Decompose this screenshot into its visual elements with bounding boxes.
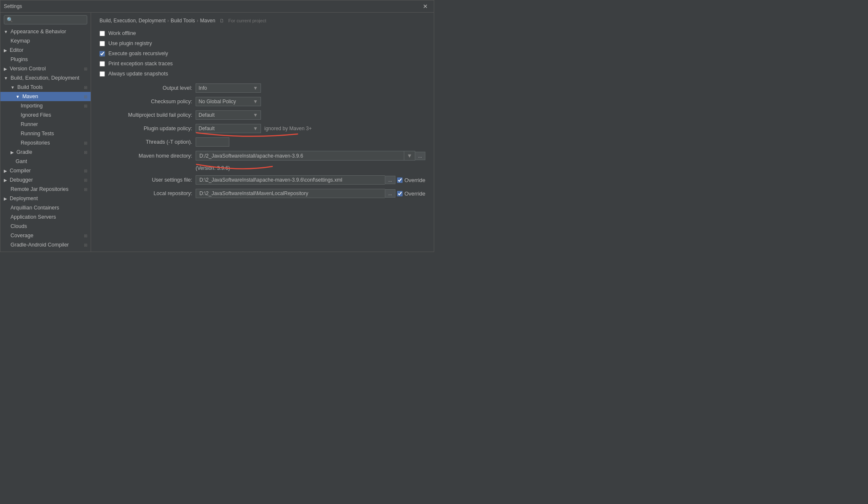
sidebar-item-debugger[interactable]: ▶ Debugger ⊞ (0, 175, 91, 185)
sidebar-item-coverage[interactable]: Coverage ⊞ (0, 231, 91, 240)
sidebar-item-plugins[interactable]: Plugins (0, 55, 91, 64)
user-settings-override-label: Override (404, 177, 425, 183)
expand-arrow: ▶ (4, 169, 7, 173)
copy-icon: ⊞ (84, 187, 87, 192)
sidebar-item-clouds[interactable]: Clouds (0, 222, 91, 231)
close-button[interactable]: ✕ (420, 2, 430, 11)
copy-icon: ⊞ (84, 67, 87, 71)
maven-home-browse-button[interactable]: ... (415, 152, 425, 160)
sidebar-item-gradle[interactable]: ▶ Gradle ⊞ (0, 147, 91, 157)
sidebar-item-label: Debugger (10, 177, 33, 183)
sidebar-item-remote-jar[interactable]: Remote Jar Repositories ⊞ (0, 185, 91, 194)
sidebar-item-label: Editor (10, 47, 24, 53)
sidebar-item-arquillian[interactable]: Arquillian Containers (0, 203, 91, 212)
local-repo-browse-button[interactable]: ... (385, 189, 395, 198)
maven-home-dropdown[interactable]: D:/2_JavaSoftwareInstall/apache-maven-3.… (196, 151, 415, 161)
local-repo-override-checkbox[interactable] (397, 191, 403, 196)
for-project-label: For current project (228, 18, 266, 23)
sidebar-item-label: Runner (21, 121, 38, 127)
multiproject-select[interactable]: Default ▼ (196, 110, 261, 120)
content-area: Build, Execution, Deployment › Build Too… (91, 13, 434, 252)
sidebar-item-label: Gant (16, 158, 27, 164)
print-exception-checkbox[interactable] (99, 61, 105, 67)
form-section: Output level: Info ▼ Checksum policy: (99, 83, 425, 198)
sidebar-item-keymap[interactable]: Keymap (0, 36, 91, 46)
sidebar-item-build-exec[interactable]: ▼ Build, Execution, Deployment (0, 73, 91, 83)
sidebar-item-running-tests[interactable]: Running Tests (0, 129, 91, 138)
print-exception-row: Print exception stack traces (99, 61, 425, 67)
checksum-policy-label: Checksum policy: (99, 99, 192, 105)
plugin-update-policy-label: Plugin update policy: (99, 126, 192, 131)
maven-home-row: Maven home directory: D:/2_JavaSoftwareI… (99, 151, 425, 161)
use-plugin-registry-checkbox[interactable] (99, 41, 105, 46)
user-settings-input[interactable] (196, 175, 385, 185)
sidebar-item-ignored-files[interactable]: Ignored Files (0, 110, 91, 120)
dropdown-arrow-icon: ▼ (253, 112, 258, 118)
checksum-policy-row: Checksum policy: No Global Policy ▼ (99, 97, 425, 106)
sidebar-item-editor[interactable]: ▶ Editor (0, 46, 91, 55)
user-settings-label: User settings file: (99, 177, 192, 183)
sidebar-item-label: Gradle-Android Compiler (11, 242, 69, 248)
sidebar-item-gradle-android[interactable]: Gradle-Android Compiler ⊞ (0, 240, 91, 249)
titlebar: Settings ✕ (0, 0, 434, 13)
user-settings-override-row: Override (397, 177, 425, 183)
threads-input[interactable] (196, 137, 229, 147)
sidebar-item-label: Importing (21, 103, 43, 109)
plugin-update-policy-row: Plugin update policy: Default ▼ ignored … (99, 124, 425, 133)
work-offline-checkbox[interactable] (99, 31, 105, 36)
user-settings-override-checkbox[interactable] (397, 177, 403, 183)
local-repo-row: Local repository: ... Override (99, 189, 425, 198)
plugin-update-policy-control: Default ▼ ignored by Maven 3+ (196, 124, 312, 133)
maven-home-value: D:/2_JavaSoftwareInstall/apache-maven-3.… (196, 152, 404, 160)
maven-home-label: Maven home directory: (99, 153, 192, 159)
output-level-value: Info (199, 85, 207, 91)
checksum-policy-control: No Global Policy ▼ (196, 97, 261, 106)
breadcrumb: Build, Execution, Deployment › Build Too… (99, 18, 425, 24)
sidebar-item-repositories[interactable]: Repositories ⊞ (0, 138, 91, 147)
search-icon: 🔍 (7, 17, 13, 23)
use-plugin-registry-label: Use plugin registry (108, 40, 152, 46)
sidebar-item-appearance[interactable]: ▼ Appearance & Behavior (0, 27, 91, 36)
threads-control (196, 137, 229, 147)
sidebar-item-label: Plugins (11, 56, 28, 62)
sidebar-item-build-tools[interactable]: ▼ Build Tools ⊞ (0, 83, 91, 92)
sidebar-item-deployment[interactable]: ▶ Deployment (0, 194, 91, 203)
sidebar-item-runner[interactable]: Runner (0, 120, 91, 129)
plugin-update-note: ignored by Maven 3+ (264, 126, 312, 131)
work-offline-label: Work offline (108, 30, 136, 36)
main-content: 🔍 ▼ Appearance & Behavior Keymap ▶ Edito… (0, 13, 434, 252)
plugin-update-policy-select[interactable]: Default ▼ (196, 124, 261, 133)
copy-icon: ⊞ (84, 150, 87, 155)
sidebar-item-maven[interactable]: ▼ Maven ⊞ (0, 92, 91, 101)
copy-icon: ⊞ (84, 85, 87, 90)
maven-home-control: D:/2_JavaSoftwareInstall/apache-maven-3.… (196, 151, 425, 161)
local-repo-override-row: Override (397, 190, 425, 197)
sidebar-item-gant[interactable]: Gant (0, 157, 91, 166)
sidebar-item-label: Repositories (21, 140, 50, 146)
expand-arrow: ▼ (11, 85, 15, 90)
maven-home-path-row: D:/2_JavaSoftwareInstall/apache-maven-3.… (196, 151, 425, 161)
checksum-policy-select[interactable]: No Global Policy ▼ (196, 97, 261, 106)
search-input[interactable] (15, 17, 84, 23)
sidebar-item-app-servers[interactable]: Application Servers (0, 212, 91, 222)
sidebar-item-instant-run[interactable]: Instant Run (0, 249, 91, 252)
local-repo-input[interactable] (196, 189, 385, 198)
sidebar-item-importing[interactable]: Importing ⊞ (0, 101, 91, 110)
output-level-select[interactable]: Info ▼ (196, 83, 261, 93)
user-settings-browse-button[interactable]: ... (385, 176, 395, 184)
sidebar-item-version-control[interactable]: ▶ Version Control ⊞ (0, 64, 91, 73)
always-update-checkbox[interactable] (99, 71, 105, 77)
multiproject-row: Multiproject build fail policy: Default … (99, 110, 425, 120)
sidebar-item-compiler[interactable]: ▶ Compiler ⊞ (0, 166, 91, 175)
execute-goals-checkbox[interactable] (99, 51, 105, 56)
sidebar-item-label: Compiler (10, 168, 31, 174)
always-update-row: Always update snapshots (99, 71, 425, 77)
expand-arrow: ▼ (4, 29, 8, 34)
dropdown-arrow-icon: ▼ (253, 126, 258, 131)
local-repo-control: ... Override (196, 189, 425, 198)
expand-arrow: ▶ (4, 48, 7, 53)
maven-home-dropdown-arrow[interactable]: ▼ (404, 151, 415, 160)
local-repo-override-label: Override (404, 190, 425, 197)
dropdown-arrow-icon: ▼ (253, 85, 258, 91)
multiproject-label: Multiproject build fail policy: (99, 112, 192, 118)
